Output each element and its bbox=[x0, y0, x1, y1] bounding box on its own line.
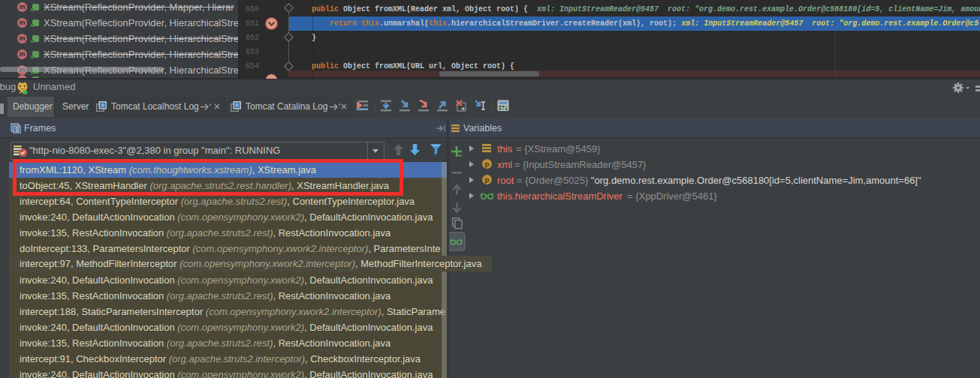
svg-text:p: p bbox=[485, 160, 490, 168]
svg-text:p: p bbox=[485, 176, 490, 184]
